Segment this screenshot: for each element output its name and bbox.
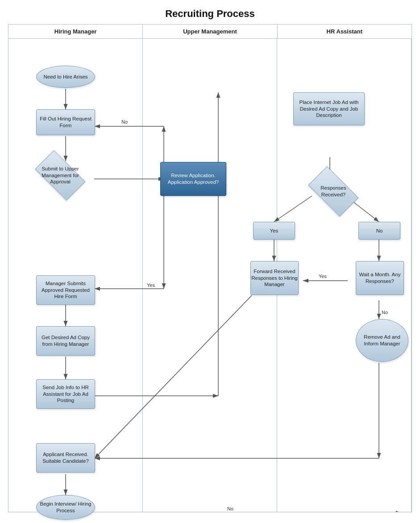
- get-desired-node: Get Desired Ad Copy from Hiring Manager: [36, 326, 95, 356]
- submit-upper-node: Submit to Upper Management for Approval: [33, 161, 87, 190]
- review-app-node: Review Application. Application Approved…: [160, 162, 226, 196]
- forward-received-node: Forward Received Responses to Hiring Man…: [250, 261, 299, 295]
- send-job-info-node: Send Job Info to HR Assistant for Job Ad…: [36, 379, 95, 409]
- page-title: Recruiting Process: [0, 0, 420, 24]
- lane-header-upper: Upper Management: [143, 25, 277, 38]
- no-box-node: No: [358, 222, 400, 240]
- swimlane-header: Hiring Manager Upper Management HR Assis…: [8, 25, 412, 39]
- lane-header-hiring: Hiring Manager: [8, 25, 143, 38]
- lane-header-hr: HR Assistant: [278, 25, 412, 38]
- begin-interview-node: Begin Interview/ Hiring Process: [36, 495, 95, 520]
- remove-ad-node: Remove Ad and Inform Manager: [356, 319, 408, 362]
- wait-month-node: Wait a Month. Any Responses?: [356, 261, 404, 295]
- place-internet-node: Place Internet Job Ad with Desired Ad Co…: [293, 92, 365, 125]
- diagram-container: Hiring Manager Upper Management HR Assis…: [8, 24, 412, 512]
- yes-box-node: Yes: [253, 222, 295, 240]
- applicant-received-node: Applicant Received. Suitable Candidate?: [36, 443, 95, 473]
- swimlane-body: Yes No Yes: [8, 39, 412, 512]
- fill-out-node: Fill Out Hiring Request Form: [36, 109, 95, 135]
- manager-submits-node: Manager Submits Approved Requested Hire …: [36, 275, 95, 305]
- responses-received-node: Responses Received?: [307, 177, 360, 206]
- need-hire-node: Need to Hire Arises: [36, 66, 95, 88]
